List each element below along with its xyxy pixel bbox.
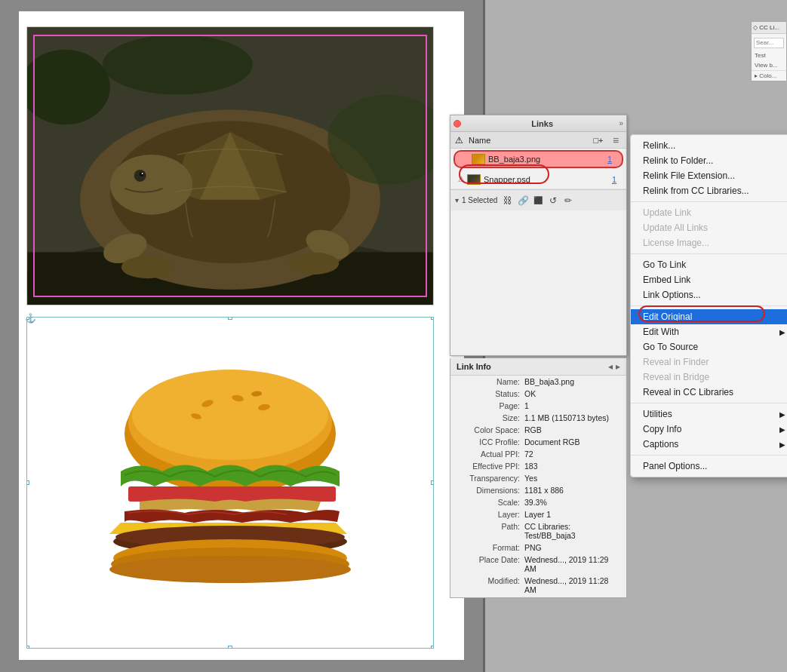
- ctx-go-to-link-label: Go To Link: [643, 259, 686, 270]
- info-row-path: Path: CC Libraries: Test/BB_baja3: [450, 520, 626, 542]
- links-toolbar: ▾ 1 Selected ⛓ 🔗 ⬛ ↺ ✏: [450, 189, 626, 210]
- page-col-header: □+: [587, 136, 610, 145]
- info-value-layer: Layer 1: [524, 510, 551, 519]
- update-link-button[interactable]: ⬛: [530, 193, 546, 208]
- info-label-modified: Modified:: [457, 576, 524, 594]
- links-panel-close-button[interactable]: [453, 120, 461, 127]
- ctx-utilities-label: Utilities: [643, 409, 672, 419]
- ctx-copy-info[interactable]: Copy Info ▶: [631, 422, 787, 437]
- ctx-relink[interactable]: Relink...: [631, 138, 787, 153]
- info-value-effective-ppi: 183: [524, 462, 538, 471]
- info-label-transparency: Transparency:: [457, 474, 524, 483]
- handle-mt[interactable]: [228, 317, 232, 320]
- links-panel-header: Links »: [450, 115, 626, 132]
- info-label-effective-ppi: Effective PPI:: [457, 462, 524, 471]
- edit-button[interactable]: ✏: [561, 193, 576, 208]
- info-row-colorspace: Color Space: RGB: [450, 424, 626, 436]
- canvas-area: ⚓: [0, 0, 483, 672]
- ctx-copy-info-arrow: ▶: [779, 425, 785, 434]
- thumb-snapper: [467, 174, 481, 185]
- info-label-page: Page:: [457, 401, 524, 410]
- ctx-relink-ext[interactable]: Relink File Extension...: [631, 168, 787, 183]
- ctx-captions-arrow: ▶: [779, 440, 785, 449]
- ctx-relink-cc[interactable]: Relink from CC Libraries...: [631, 183, 787, 198]
- refresh-button[interactable]: ↺: [546, 193, 561, 208]
- info-row-place-date: Place Date: Wednesd..., 2019 11:29 AM: [450, 554, 626, 575]
- info-row-modified: Modified: Wednesd..., 2019 11:28 AM: [450, 575, 626, 597]
- anchor-icon: ⚓: [25, 313, 36, 324]
- ctx-reveal-bridge-label: Reveal in Bridge: [643, 372, 709, 382]
- ctx-edit-with-arrow: ▶: [779, 328, 785, 336]
- info-value-actual-ppi: 72: [524, 450, 533, 459]
- nav-prev[interactable]: ◂: [608, 361, 613, 372]
- burger-frame: [26, 317, 434, 649]
- ctx-utilities[interactable]: Utilities ▶: [631, 407, 787, 422]
- ctx-relink-label: Relink...: [643, 140, 675, 151]
- info-value-page: 1: [524, 401, 529, 410]
- link-row-snapper[interactable]: ⚠ Snapper.psd 1: [450, 170, 626, 189]
- info-value-size: 1.1 MB (1150713 bytes): [524, 413, 609, 422]
- info-value-scale: 39.3%: [524, 498, 547, 507]
- link-row-baja[interactable]: BB_baja3.png 1: [453, 150, 623, 168]
- info-label-name: Name:: [457, 377, 524, 386]
- cc-search-input[interactable]: [754, 38, 784, 48]
- ctx-reveal-bridge: Reveal in Bridge: [631, 370, 787, 385]
- page-num-baja[interactable]: 1: [602, 155, 617, 164]
- ctx-embed-link[interactable]: Embed Link: [631, 272, 787, 287]
- ctx-license-image: License Image...: [631, 235, 787, 250]
- go-to-link-button[interactable]: 🔗: [515, 193, 530, 208]
- warn-icon-baja: [460, 153, 472, 165]
- ctx-sep-1: [631, 201, 787, 202]
- handle-bl[interactable]: [26, 646, 29, 649]
- handle-mb[interactable]: [228, 646, 232, 649]
- ctx-relink-folder[interactable]: Relink to Folder...: [631, 153, 787, 168]
- info-row-effective-ppi: Effective PPI: 183: [450, 460, 626, 472]
- cc-color-section: ▸ Colo...: [752, 70, 786, 81]
- ctx-edit-with[interactable]: Edit With ▶: [631, 324, 787, 339]
- link-info-header: Link Info ◂ ▸: [450, 358, 626, 376]
- info-value-transparency: Yes: [524, 474, 537, 483]
- thumb-baja: [472, 154, 485, 164]
- relink-button[interactable]: ⛓: [500, 193, 515, 208]
- info-row-scale: Scale: 39.3%: [450, 496, 626, 508]
- nav-next[interactable]: ▸: [616, 361, 620, 372]
- info-row-layer: Layer: Layer 1: [450, 508, 626, 520]
- link-info-nav: ◂ ▸: [608, 361, 620, 372]
- ctx-link-options-label: Link Options...: [643, 290, 701, 300]
- svg-point-32: [109, 556, 351, 583]
- links-table-header: ⚠ Name □+ ≡: [450, 132, 626, 149]
- ctx-panel-options[interactable]: Panel Options...: [631, 459, 787, 474]
- ctx-captions-label: Captions: [643, 439, 678, 450]
- handle-mr[interactable]: [431, 480, 434, 485]
- ctx-go-to-link[interactable]: Go To Link: [631, 257, 787, 272]
- links-panel-expand[interactable]: »: [619, 119, 623, 127]
- ctx-relink-folder-label: Relink to Folder...: [643, 155, 713, 166]
- info-label-actual-ppi: Actual PPI:: [457, 450, 524, 459]
- ctx-go-to-source[interactable]: Go To Source: [631, 339, 787, 354]
- links-menu-button[interactable]: ≡: [610, 134, 622, 146]
- warn-icon-snapper: ⚠: [455, 173, 467, 186]
- ctx-reveal-cc[interactable]: Reveal in CC Libraries: [631, 385, 787, 400]
- ctx-sep-5: [631, 455, 787, 456]
- handle-ml[interactable]: [26, 480, 29, 485]
- ctx-link-options[interactable]: Link Options...: [631, 287, 787, 302]
- ctx-update-link: Update Link: [631, 205, 787, 220]
- burger-image: [27, 318, 433, 648]
- info-label-scale: Scale:: [457, 498, 524, 507]
- links-panel: Links » ⚠ Name □+ ≡ BB_baja3.png 1 ⚠ Sna…: [450, 115, 627, 356]
- ctx-relink-ext-label: Relink File Extension...: [643, 170, 735, 181]
- ctx-edit-original[interactable]: Edit Original: [631, 309, 787, 324]
- selected-label: 1 Selected: [462, 196, 497, 204]
- page-num-snapper[interactable]: 1: [607, 175, 622, 184]
- name-col-header[interactable]: Name: [469, 136, 587, 145]
- ctx-captions[interactable]: Captions ▶: [631, 437, 787, 452]
- ctx-reveal-cc-label: Reveal in CC Libraries: [643, 387, 733, 397]
- handle-tr[interactable]: [431, 317, 434, 320]
- cc-test-button[interactable]: Test: [752, 51, 786, 60]
- ctx-go-to-source-label: Go To Source: [643, 342, 698, 352]
- turtle-selection-border: [33, 35, 427, 297]
- info-row-actual-ppi: Actual PPI: 72: [450, 448, 626, 460]
- ctx-copy-info-label: Copy Info: [643, 424, 681, 434]
- info-row-size: Size: 1.1 MB (1150713 bytes): [450, 412, 626, 424]
- handle-br[interactable]: [431, 646, 434, 649]
